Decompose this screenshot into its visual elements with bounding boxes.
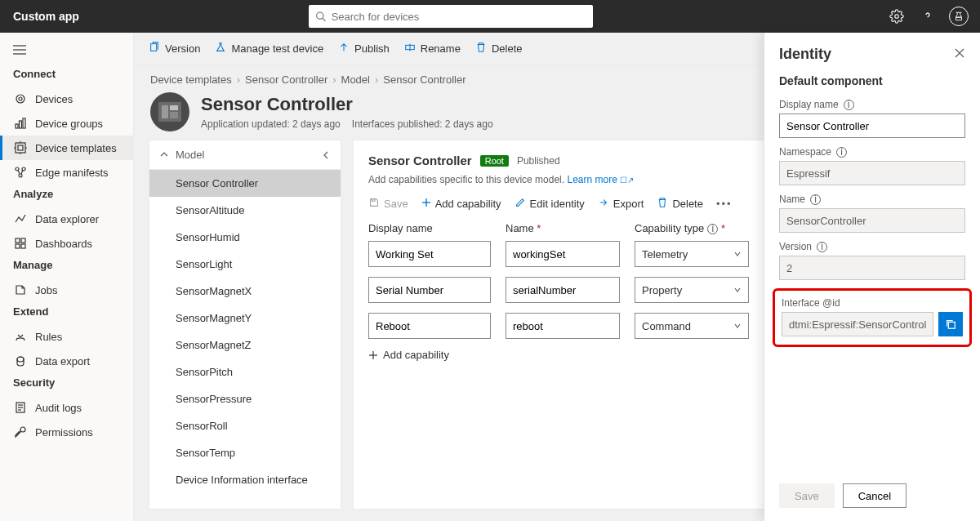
model-item[interactable]: SensorHumid: [149, 224, 341, 251]
model-panel-header[interactable]: Model: [149, 140, 341, 170]
model-panel-title: Model: [176, 149, 204, 161]
delete-icon: [657, 197, 668, 211]
account-icon[interactable]: [949, 7, 969, 26]
breadcrumb-item: Sensor Controller: [383, 73, 466, 86]
info-icon[interactable]: i: [836, 147, 847, 158]
sidebar-item-rules[interactable]: Rules: [0, 324, 133, 349]
svg-rect-12: [16, 143, 25, 153]
save-button: Save: [779, 483, 835, 508]
toolbar-label: Version: [165, 42, 200, 55]
info-icon[interactable]: i: [810, 194, 821, 205]
sidebar-item-edge-manifests[interactable]: Edge manifests: [0, 160, 133, 185]
breadcrumb-item[interactable]: Model: [341, 73, 370, 86]
gear-icon[interactable]: [887, 7, 906, 26]
manage-test-device-button[interactable]: Manage test device: [215, 42, 323, 56]
interface-id-label: Interface @id: [782, 297, 963, 309]
name-input[interactable]: [506, 277, 620, 303]
pencil-icon: [514, 197, 526, 211]
hamburger-icon[interactable]: [0, 38, 133, 65]
svg-rect-10: [20, 121, 22, 128]
search-input[interactable]: [332, 11, 587, 23]
capability-type-select[interactable]: Command: [635, 313, 749, 339]
svg-rect-9: [16, 124, 18, 128]
breadcrumb-item[interactable]: Device templates: [150, 73, 232, 86]
jobs-icon: [14, 283, 27, 296]
rename-button[interactable]: Rename: [404, 42, 461, 56]
model-item[interactable]: SensorMagnetX: [149, 278, 341, 305]
select-value: Telemetry: [642, 248, 688, 260]
export-icon: [598, 197, 609, 211]
sidebar-item-audit-logs[interactable]: Audit logs: [0, 395, 133, 420]
sidebar-item-device-groups[interactable]: Device groups: [0, 111, 133, 136]
svg-rect-38: [372, 199, 375, 202]
name-input[interactable]: [506, 313, 620, 339]
sidebar-section-header: Extend: [0, 302, 133, 324]
version-icon: [149, 42, 160, 56]
sidebar-item-permissions[interactable]: Permissions: [0, 420, 133, 444]
display-name-input[interactable]: [368, 277, 491, 303]
chevron-right-icon: ›: [237, 73, 240, 86]
sidebar-item-data-export[interactable]: Data export: [0, 349, 133, 373]
plus-icon: [368, 350, 378, 360]
sidebar-item-label: Edge manifests: [35, 167, 109, 179]
more-button[interactable]: •••: [716, 198, 733, 210]
copy-button[interactable]: [938, 312, 963, 336]
display-name-input[interactable]: [368, 313, 491, 339]
device-templates-icon: [14, 141, 27, 154]
model-item[interactable]: Device Information interface: [149, 466, 341, 493]
publish-button[interactable]: Publish: [338, 42, 390, 56]
help-icon[interactable]: [918, 7, 938, 26]
model-item[interactable]: SensorTemp: [149, 439, 341, 466]
info-icon[interactable]: i: [817, 242, 827, 252]
svg-rect-37: [170, 112, 178, 118]
edit-identity-button[interactable]: Edit identity: [514, 197, 585, 211]
delete-button[interactable]: Delete: [657, 197, 703, 211]
capability-type-select[interactable]: Property: [635, 277, 749, 303]
display-name-input[interactable]: [368, 241, 491, 267]
model-item[interactable]: SensorMagnetZ: [149, 332, 341, 358]
model-item[interactable]: SensorAltitude: [149, 197, 341, 224]
sidebar-section-header: Analyze: [0, 185, 133, 207]
sidebar-item-label: Dashboards: [35, 238, 92, 250]
name-label: Namei: [779, 194, 965, 205]
delete-button[interactable]: Delete: [475, 42, 523, 56]
sidebar-item-jobs[interactable]: Jobs: [0, 278, 133, 302]
capability-type-select[interactable]: Telemetry: [635, 241, 749, 267]
chevron-left-icon[interactable]: [321, 150, 331, 160]
chevron-right-icon: ›: [332, 73, 336, 86]
model-item[interactable]: SensorLight: [149, 251, 341, 278]
sidebar-item-devices[interactable]: Devices: [0, 87, 133, 111]
add-capability-button[interactable]: Add capability: [421, 198, 501, 210]
cancel-button[interactable]: Cancel: [843, 483, 906, 508]
model-item[interactable]: Sensor Controller: [149, 170, 341, 197]
svg-rect-45: [948, 322, 955, 328]
name-input[interactable]: [506, 241, 620, 267]
learn-more-link[interactable]: Learn more ☐↗: [567, 174, 634, 185]
model-item[interactable]: SensorPitch: [149, 358, 341, 385]
export-button[interactable]: Export: [598, 197, 644, 211]
devices-icon: [14, 92, 27, 105]
select-value: Command: [642, 320, 691, 332]
flyout-section: Default component: [779, 74, 965, 87]
sidebar-item-dashboards[interactable]: Dashboards: [0, 231, 133, 256]
model-item[interactable]: SensorMagnetY: [149, 305, 341, 332]
namespace-input: [779, 161, 965, 185]
version-button[interactable]: Version: [149, 42, 200, 56]
svg-point-25: [17, 357, 24, 362]
display-name-input[interactable]: [779, 114, 965, 138]
sidebar-item-data-explorer[interactable]: Data explorer: [0, 207, 133, 231]
sidebar-item-device-templates[interactable]: Device templates: [0, 136, 133, 160]
search-box[interactable]: [309, 5, 593, 28]
save-button: Save: [368, 197, 408, 211]
audit-logs-icon: [14, 401, 27, 414]
info-icon[interactable]: i: [707, 224, 718, 234]
flyout-title: Identity: [779, 46, 831, 63]
breadcrumb-item[interactable]: Sensor Controller: [245, 73, 327, 86]
close-icon[interactable]: [954, 47, 965, 61]
toolbar-label: Publish: [354, 42, 390, 55]
model-item[interactable]: SensorPressure: [149, 385, 341, 412]
info-icon[interactable]: i: [844, 100, 854, 110]
svg-rect-21: [16, 238, 20, 243]
model-item[interactable]: SensorRoll: [149, 412, 341, 439]
sidebar-item-label: Permissions: [35, 426, 93, 439]
